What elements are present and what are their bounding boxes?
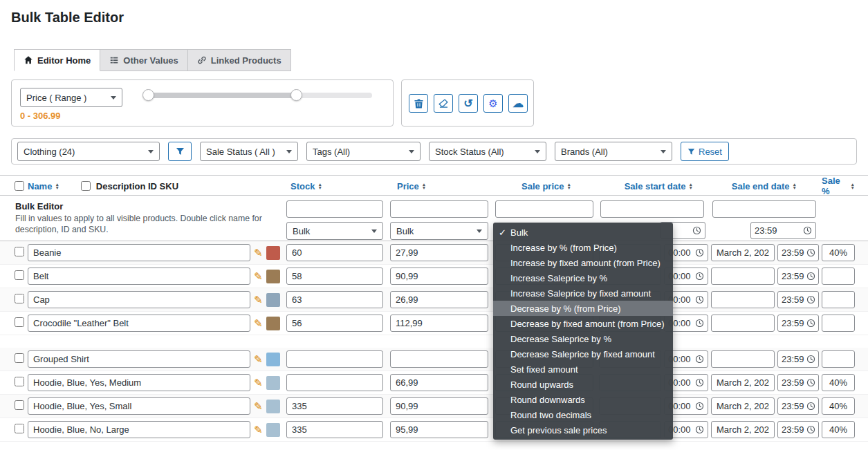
sale-end-time-input[interactable]: 23:59 — [777, 291, 819, 308]
price-input[interactable] — [390, 397, 488, 415]
sort-icon[interactable] — [567, 182, 571, 190]
sort-icon[interactable] — [55, 182, 59, 190]
sale-end-date-input[interactable] — [711, 350, 775, 368]
row-checkbox[interactable] — [15, 353, 24, 363]
price-input[interactable] — [390, 315, 488, 332]
stock-input[interactable] — [286, 421, 383, 438]
apply-filter-button[interactable] — [168, 142, 192, 161]
row-checkbox[interactable] — [15, 317, 24, 327]
product-name-input[interactable] — [28, 244, 250, 261]
undo-button[interactable] — [459, 94, 478, 113]
row-checkbox[interactable] — [15, 377, 24, 386]
sale-end-time-input[interactable]: 23:59 — [777, 421, 819, 438]
sort-icon[interactable] — [851, 182, 855, 190]
sort-icon[interactable] — [689, 182, 693, 190]
sale-percent-input[interactable] — [822, 244, 855, 261]
sale-end-time-input[interactable]: 23:59 — [777, 397, 819, 415]
sale-end-time-input[interactable]: 23:59 — [777, 244, 819, 261]
product-name-input[interactable] — [28, 421, 250, 438]
product-name-input[interactable] — [28, 315, 250, 332]
header-stock[interactable]: Stock — [290, 181, 315, 191]
sale-end-date-input[interactable] — [711, 374, 775, 391]
bulk-stock-input[interactable] — [286, 200, 383, 218]
bulk-menu-item[interactable]: Increase by fixed amount (from Price) — [493, 255, 673, 270]
edit-icon[interactable] — [254, 377, 263, 389]
row-checkbox[interactable] — [15, 424, 24, 433]
header-sale-end-date[interactable]: Sale end date — [732, 181, 790, 191]
bulk-price-input[interactable] — [390, 200, 488, 218]
edit-icon[interactable] — [254, 424, 263, 436]
edit-icon[interactable] — [254, 317, 263, 330]
bulk-price-mode-select[interactable]: Bulk — [390, 222, 488, 240]
bulk-sale-start-date-input[interactable] — [600, 200, 704, 218]
stock-input[interactable] — [286, 291, 383, 308]
edit-icon[interactable] — [254, 270, 263, 283]
product-thumbnail[interactable] — [266, 246, 280, 260]
product-name-input[interactable] — [28, 268, 250, 285]
edit-icon[interactable] — [254, 294, 263, 306]
sale-percent-input[interactable] — [822, 268, 855, 285]
tab-editor-home[interactable]: Editor Home — [14, 49, 100, 71]
sale-end-time-input[interactable]: 23:59 — [777, 268, 819, 285]
edit-icon[interactable] — [254, 400, 263, 413]
price-range-slider[interactable] — [144, 93, 372, 98]
sale-percent-input[interactable] — [822, 421, 855, 438]
tab-other-values[interactable]: Other Values — [100, 49, 187, 71]
slider-handle-min[interactable] — [142, 89, 154, 101]
tags-select[interactable]: Tags (All) — [306, 142, 421, 161]
stock-input[interactable] — [286, 374, 383, 391]
edit-icon[interactable] — [254, 247, 263, 259]
bulk-menu-item[interactable]: Decrease Saleprice by % — [493, 331, 673, 346]
bulk-menu-item[interactable]: Get previous sale prices — [493, 422, 673, 438]
header-sale-start-date[interactable]: Sale start date — [625, 181, 686, 191]
price-input[interactable] — [390, 268, 488, 285]
brands-select[interactable]: Brands (All) — [555, 142, 672, 161]
sale-end-time-input[interactable]: 23:59 — [777, 374, 819, 391]
header-name[interactable]: Name — [28, 181, 52, 191]
bulk-menu-item[interactable]: Decrease by fixed amount (from Price) — [493, 316, 673, 331]
save-upload-button[interactable] — [508, 94, 528, 113]
sale-end-date-input[interactable] — [711, 268, 775, 285]
price-input[interactable] — [390, 374, 488, 391]
stock-status-select[interactable]: Stock Status (All) — [429, 142, 546, 161]
bulk-stock-mode-select[interactable]: Bulk — [286, 222, 383, 240]
product-thumbnail[interactable] — [266, 423, 280, 437]
stock-input[interactable] — [286, 244, 383, 261]
bulk-sale-price-input[interactable] — [495, 200, 593, 218]
bulk-menu-item[interactable]: Decrease Saleprice by fixed amount — [493, 346, 673, 362]
price-input[interactable] — [390, 350, 488, 368]
bulk-sale-end-time-input[interactable]: 23:59 — [750, 222, 816, 239]
description-toggle-checkbox[interactable] — [81, 181, 91, 191]
settings-button[interactable] — [483, 94, 503, 113]
bulk-menu-item[interactable]: Round upwards — [493, 377, 673, 392]
bulk-menu-item[interactable]: Increase Saleprice by % — [493, 270, 673, 285]
price-input[interactable] — [390, 291, 488, 308]
bulk-menu-item[interactable]: Increase by % (from Price) — [493, 240, 673, 255]
sort-icon[interactable] — [793, 182, 797, 190]
sort-icon[interactable] — [422, 182, 426, 190]
header-sale-percent[interactable]: Sale % — [822, 176, 848, 196]
category-select[interactable]: Clothing (24) — [17, 142, 160, 161]
product-name-input[interactable] — [28, 374, 250, 391]
bulk-menu-item[interactable]: Bulk — [493, 225, 673, 240]
product-thumbnail[interactable] — [266, 353, 280, 366]
product-thumbnail[interactable] — [266, 317, 280, 330]
sale-end-date-input[interactable] — [711, 244, 775, 261]
bulk-menu-item[interactable]: Round downwards — [493, 392, 673, 407]
row-checkbox[interactable] — [15, 247, 24, 256]
sort-icon[interactable] — [317, 182, 322, 190]
select-all-checkbox[interactable] — [15, 181, 24, 191]
sale-end-time-input[interactable]: 23:59 — [777, 350, 819, 368]
product-name-input[interactable] — [28, 350, 250, 368]
reset-filters-button[interactable]: Reset — [681, 142, 729, 161]
stock-input[interactable] — [286, 315, 383, 332]
product-thumbnail[interactable] — [266, 270, 280, 283]
sale-percent-input[interactable] — [822, 350, 855, 368]
row-checkbox[interactable] — [15, 400, 24, 410]
bulk-sale-end-date-input[interactable] — [712, 200, 816, 218]
price-range-select[interactable]: Price ( Range ) — [20, 88, 122, 107]
sale-status-select[interactable]: Sale Status ( All ) — [200, 142, 298, 161]
row-checkbox[interactable] — [15, 294, 24, 303]
delete-button[interactable] — [409, 94, 428, 113]
slider-handle-max[interactable] — [290, 89, 302, 101]
